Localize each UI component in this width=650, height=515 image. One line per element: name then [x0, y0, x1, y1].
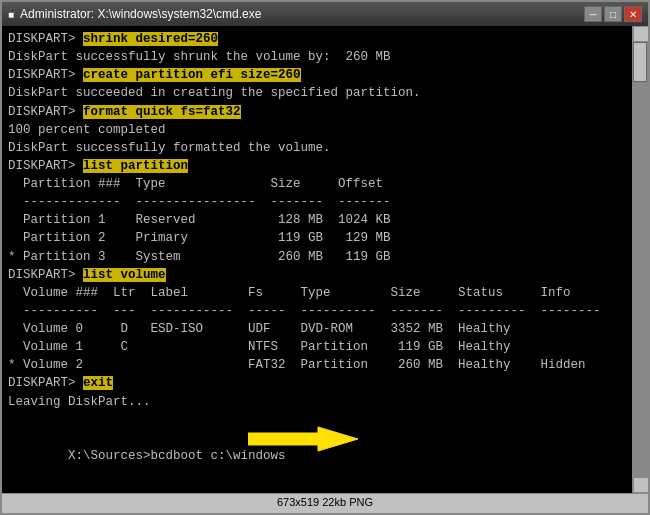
- terminal-line: ------------- ---------------- ------- -…: [8, 193, 626, 211]
- terminal-line: Partition 1 Reserved 128 MB 1024 KB: [8, 211, 626, 229]
- terminal-line: 100 percent completed: [8, 121, 626, 139]
- terminal-line: ---------- --- ----------- ----- -------…: [8, 302, 626, 320]
- terminal-line: DiskPart successfully shrunk the volume …: [8, 48, 626, 66]
- minimize-button[interactable]: ─: [584, 6, 602, 22]
- window-title: Administrator: X:\windows\system32\cmd.e…: [20, 7, 261, 21]
- app-icon: ■: [8, 9, 14, 20]
- status-text: 673x519 22kb PNG: [277, 496, 373, 508]
- scroll-down-button[interactable]: ▼: [633, 477, 649, 493]
- scrollbar-track[interactable]: [633, 42, 648, 477]
- terminal-line: DISKPART> list partition: [8, 157, 626, 175]
- title-bar: ■ Administrator: X:\windows\system32\cmd…: [2, 2, 648, 26]
- arrow-icon: [248, 425, 358, 453]
- close-button[interactable]: ✕: [624, 6, 642, 22]
- title-buttons: ─ □ ✕: [584, 6, 642, 22]
- window: ■ Administrator: X:\windows\system32\cmd…: [0, 0, 650, 515]
- terminal-line: Volume 1 C NTFS Partition 119 GB Healthy: [8, 338, 626, 356]
- terminal-line: DiskPart successfully formatted the volu…: [8, 139, 626, 157]
- terminal-body: DISKPART> shrink desired=260 DiskPart su…: [2, 26, 648, 493]
- terminal-line: DISKPART> shrink desired=260: [8, 30, 626, 48]
- terminal-line: DISKPART> list volume: [8, 266, 626, 284]
- terminal-line: Volume ### Ltr Label Fs Type Size Status…: [8, 284, 626, 302]
- terminal-line: Volume 0 D ESD-ISO UDF DVD-ROM 3352 MB H…: [8, 320, 626, 338]
- scroll-up-button[interactable]: ▲: [633, 26, 649, 42]
- terminal-line: Partition 2 Primary 119 GB 129 MB: [8, 229, 626, 247]
- terminal-line: DiskPart succeeded in creating the speci…: [8, 84, 626, 102]
- terminal-line: * Partition 3 System 260 MB 119 GB: [8, 248, 626, 266]
- title-bar-left: ■ Administrator: X:\windows\system32\cmd…: [8, 7, 261, 21]
- scrollbar-thumb[interactable]: [633, 42, 647, 82]
- status-bar: 673x519 22kb PNG: [2, 493, 648, 513]
- terminal-line: DISKPART> exit: [8, 374, 626, 392]
- terminal-content: DISKPART> shrink desired=260 DiskPart su…: [8, 30, 626, 493]
- terminal-line: Leaving DiskPart...: [8, 393, 626, 411]
- scrollbar[interactable]: ▲ ▼: [632, 26, 648, 493]
- terminal-line: DISKPART> create partition efi size=260: [8, 66, 626, 84]
- maximize-button[interactable]: □: [604, 6, 622, 22]
- svg-marker-0: [248, 427, 358, 451]
- terminal-line: * Volume 2 FAT32 Partition 260 MB Health…: [8, 356, 626, 374]
- terminal-line: Partition ### Type Size Offset: [8, 175, 626, 193]
- terminal-line: DISKPART> format quick fs=fat32: [8, 103, 626, 121]
- terminal-line: X:\Sources>bcdboot c:\windows: [8, 429, 626, 493]
